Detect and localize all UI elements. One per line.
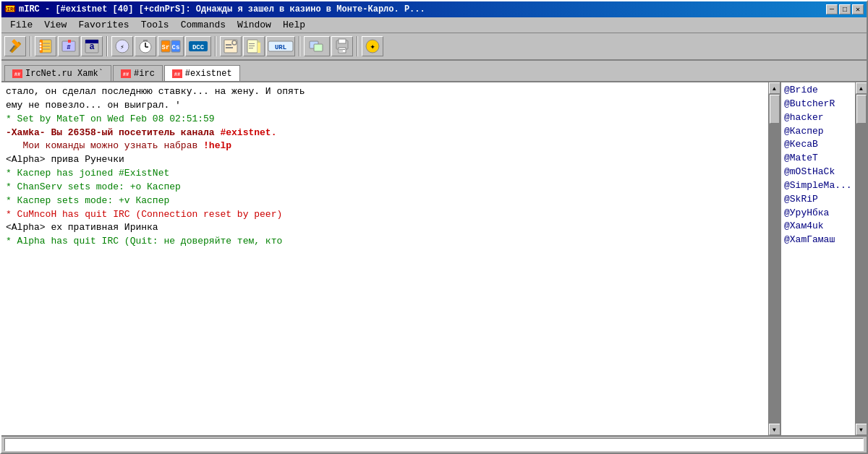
msg-8: * ChanServ sets mode: +o Каспер <box>6 181 764 194</box>
svg-text:Cs: Cs <box>172 44 180 51</box>
tab-existnet[interactable]: ## #existnet <box>164 65 240 81</box>
user-6[interactable]: @mOStHaCk <box>784 166 852 179</box>
chat-scrollbar[interactable]: ▲ ▼ <box>768 82 780 435</box>
msg-1: стало, он сделал последнюю ставку... на … <box>6 85 764 99</box>
user-1[interactable]: @ButcherR <box>784 98 852 111</box>
app-icon: mIRC <box>4 4 16 15</box>
toolbar-timer-button[interactable] <box>135 36 156 56</box>
window-title: mIRC - [#existnet [40] [+cdnPrS]: Однажд… <box>19 4 425 14</box>
svg-text:DCC: DCC <box>192 44 205 51</box>
msg-3: * Set by MateT on Wed Feb 08 02:51:59 <box>6 113 764 127</box>
scroll-up-arrow[interactable]: ▲ <box>769 82 780 94</box>
svg-text:##: ## <box>123 72 129 77</box>
user-0[interactable]: @Bride <box>784 84 852 98</box>
menu-bar: File View Favorites Tools Commands Windo… <box>1 17 867 33</box>
chat-area: стало, он сделал последнюю ставку... на … <box>1 82 768 435</box>
tab-icon-ircnet: ## <box>12 69 22 78</box>
svg-rect-47 <box>339 39 346 43</box>
user-11[interactable]: @XamГамаш <box>784 234 852 247</box>
menu-view[interactable]: View <box>38 18 72 32</box>
user-8[interactable]: @SkRiP <box>784 193 852 207</box>
svg-marker-37 <box>258 40 260 43</box>
toolbar-find-button[interactable] <box>220 36 242 56</box>
menu-help[interactable]: Help <box>277 18 311 32</box>
userlist-scroll-thumb[interactable] <box>856 95 867 124</box>
userlist-scroll-track[interactable] <box>856 94 867 424</box>
svg-rect-19 <box>85 40 98 43</box>
scroll-down-arrow[interactable]: ▼ <box>769 424 780 435</box>
title-bar-controls[interactable]: ─ □ ✕ <box>826 4 864 14</box>
tab-irc-label: #irc <box>134 69 155 79</box>
toolbar-notes-button[interactable] <box>243 36 265 56</box>
scroll-thumb[interactable] <box>770 95 780 124</box>
svg-rect-49 <box>339 49 345 50</box>
toolbar-options-button[interactable]: a <box>81 36 103 56</box>
menu-file[interactable]: File <box>4 18 38 32</box>
toolbar-connect-button[interactable] <box>4 36 26 56</box>
toolbar-separator-3 <box>215 36 216 56</box>
svg-text:URL: URL <box>275 44 286 51</box>
toolbar-perform-button[interactable]: ⚡ <box>111 36 133 56</box>
main-window: mIRC mIRC - [#existnet [40] [+cdnPrS]: О… <box>0 0 868 454</box>
toolbar-script-button[interactable]: ✦ <box>362 36 383 56</box>
svg-rect-39 <box>249 43 255 44</box>
menu-favorites[interactable]: Favorites <box>72 18 135 32</box>
chat-messages: стало, он сделал последнюю ставку... на … <box>1 82 768 435</box>
svg-rect-16 <box>68 40 71 43</box>
main-content: стало, он сделал последнюю ставку... на … <box>1 82 867 435</box>
tab-irc[interactable]: ## #irc <box>113 65 163 81</box>
userlist-scrollbar[interactable]: ▲ ▼ <box>855 82 867 435</box>
msg-5: Мои команды можно узнать набрав !help <box>6 140 764 153</box>
msg-4: -Хамka- Вы 26358-ый посетитель канала #e… <box>6 127 764 140</box>
svg-rect-38 <box>258 43 260 53</box>
toolbar-separator-2 <box>106 36 108 56</box>
toolbar-channels-button[interactable]: # <box>58 36 80 56</box>
toolbar-separator-1 <box>30 36 31 56</box>
tab-ircnet-label: IrcNet.ru Xamk` <box>25 69 103 79</box>
user-4[interactable]: @КесаB <box>784 138 852 152</box>
toolbar-window-button[interactable] <box>304 36 330 56</box>
user-list-section: @Bride @ButcherR @hacker @Каспер @КесаB … <box>780 82 867 435</box>
toolbar-url-button[interactable]: URL <box>266 36 295 56</box>
svg-text:⚡: ⚡ <box>120 44 124 51</box>
userlist-scroll-up[interactable]: ▲ <box>856 82 867 94</box>
svg-text:##: ## <box>14 72 20 77</box>
user-2[interactable]: @hacker <box>784 111 852 125</box>
svg-rect-48 <box>339 48 346 53</box>
tab-bar: ## IrcNet.ru Xamk` ## #irc ## #existnet <box>1 61 867 82</box>
tab-existnet-label: #existnet <box>185 69 232 79</box>
svg-rect-45 <box>314 44 323 51</box>
menu-commands[interactable]: Commands <box>175 18 231 32</box>
svg-text:mIRC: mIRC <box>4 7 16 12</box>
svg-text:#: # <box>67 44 71 51</box>
user-3[interactable]: @Каспер <box>784 125 852 139</box>
minimize-button[interactable]: ─ <box>826 4 838 14</box>
svg-text:Sr: Sr <box>162 44 170 51</box>
menu-window[interactable]: Window <box>231 18 277 32</box>
svg-rect-32 <box>224 40 237 53</box>
title-bar-left: mIRC mIRC - [#existnet [40] [+cdnPrS]: О… <box>4 4 425 15</box>
scroll-track[interactable] <box>769 94 780 424</box>
userlist-scroll-down[interactable]: ▼ <box>856 424 867 435</box>
toolbar-addressbook-button[interactable] <box>35 36 56 56</box>
toolbar-separator-4 <box>299 36 300 56</box>
user-5[interactable]: @MateT <box>784 152 852 166</box>
svg-point-12 <box>40 46 42 48</box>
maximize-button[interactable]: □ <box>839 4 851 14</box>
tab-ircnet[interactable]: ## IrcNet.ru Xamk` <box>4 65 111 81</box>
msg-11: <Alpha> ех прaтивная Иринка <box>6 221 764 235</box>
close-button[interactable]: ✕ <box>852 4 864 14</box>
svg-text:##: ## <box>174 72 180 77</box>
msg-9: * Каспер sets mode: +v Каспер <box>6 194 764 208</box>
user-9[interactable]: @УруНбка <box>784 207 852 220</box>
svg-text:✦: ✦ <box>370 42 375 52</box>
svg-rect-40 <box>249 46 255 46</box>
title-bar: mIRC mIRC - [#existnet [40] [+cdnPrS]: О… <box>1 1 867 17</box>
toolbar-vars-button[interactable]: Sr Cs <box>158 36 184 56</box>
toolbar-print-button[interactable] <box>331 36 353 56</box>
user-10[interactable]: @Хам4uk <box>784 220 852 234</box>
user-7[interactable]: @SimpleMa... <box>784 179 852 193</box>
menu-tools[interactable]: Tools <box>135 18 175 32</box>
chat-input[interactable] <box>4 438 864 451</box>
toolbar-dcc-button[interactable]: DCC <box>185 36 211 56</box>
